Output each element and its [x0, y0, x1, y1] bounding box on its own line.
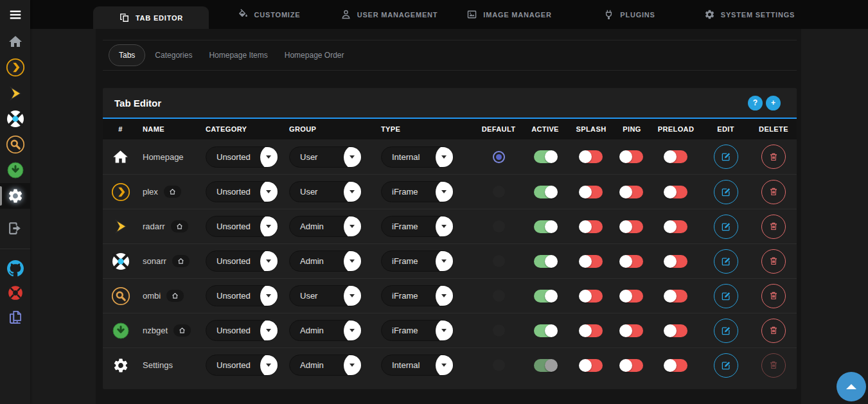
sidebar-link-github[interactable]: [0, 256, 30, 281]
subtab-tabs[interactable]: Tabs: [109, 44, 145, 66]
category-select[interactable]: Unsorted: [206, 216, 278, 237]
delete-button[interactable]: [761, 284, 786, 308]
preload-toggle[interactable]: [665, 186, 687, 198]
preload-toggle[interactable]: [665, 255, 687, 268]
group-select[interactable]: User: [289, 146, 362, 168]
delete-button[interactable]: [761, 145, 786, 169]
ping-toggle[interactable]: [621, 186, 643, 198]
type-select[interactable]: Internal: [381, 146, 454, 168]
delete-button[interactable]: [761, 215, 786, 239]
sidebar-item-ombi[interactable]: [0, 132, 30, 157]
active-toggle[interactable]: [534, 290, 556, 303]
nav-tab-customize[interactable]: CUSTOMIZE: [209, 0, 329, 29]
edit-button[interactable]: [714, 319, 738, 343]
nav-tab-tab-editor[interactable]: TAB EDITOR: [93, 6, 209, 29]
active-toggle[interactable]: [534, 324, 556, 337]
sidebar-item-radarr[interactable]: [0, 80, 30, 106]
dropdown-caret-icon: [344, 146, 362, 168]
add-tab-button[interactable]: +: [766, 96, 781, 110]
type-select[interactable]: iFrame: [381, 285, 454, 306]
category-select[interactable]: Unsorted: [206, 146, 278, 168]
default-radio[interactable]: [493, 324, 505, 337]
scroll-top-button[interactable]: [837, 372, 866, 401]
category-select[interactable]: Unsorted: [206, 285, 278, 306]
group-select[interactable]: Admin: [289, 216, 362, 237]
nav-tab-plugins[interactable]: PLUGINS: [569, 0, 689, 29]
nav-tab-image-manager[interactable]: IMAGE MANAGER: [449, 0, 569, 29]
dropdown-caret-icon: [260, 285, 278, 306]
sidebar-item-nzbget[interactable]: [0, 157, 30, 183]
ping-toggle[interactable]: [621, 359, 643, 372]
edit-button[interactable]: [714, 249, 738, 274]
nav-tab-user-management[interactable]: USER MANAGEMENT: [329, 0, 449, 29]
splash-toggle[interactable]: [580, 290, 603, 303]
group-select[interactable]: Admin: [289, 250, 362, 272]
category-select[interactable]: Unsorted: [206, 320, 278, 341]
ping-toggle[interactable]: [621, 290, 643, 303]
ping-toggle[interactable]: [621, 255, 643, 268]
edit-button[interactable]: [714, 215, 738, 239]
default-radio[interactable]: [493, 186, 505, 198]
delete-button[interactable]: [761, 353, 786, 378]
sidebar-item-sonarr[interactable]: [0, 106, 30, 132]
group-select[interactable]: Admin: [289, 355, 362, 376]
default-radio[interactable]: [493, 220, 505, 233]
subtab-homepage-order[interactable]: Homepage Order: [276, 45, 353, 66]
category-select[interactable]: Unsorted: [206, 355, 278, 376]
edit-button[interactable]: [714, 180, 738, 204]
nav-tab-system-settings[interactable]: SYSTEM SETTINGS: [689, 0, 810, 29]
preload-toggle[interactable]: [665, 324, 687, 337]
type-select[interactable]: iFrame: [381, 250, 454, 272]
group-select[interactable]: User: [289, 285, 362, 306]
splash-toggle[interactable]: [580, 255, 603, 268]
ping-toggle[interactable]: [621, 150, 643, 163]
sidebar-item-home[interactable]: [0, 29, 30, 55]
subtab-homepage-items[interactable]: Homepage Items: [200, 45, 276, 66]
menu-toggle-button[interactable]: [0, 0, 30, 29]
active-toggle[interactable]: [534, 255, 556, 268]
preload-toggle[interactable]: [665, 220, 687, 233]
preload-toggle[interactable]: [665, 359, 687, 372]
default-radio[interactable]: [493, 151, 505, 163]
category-select[interactable]: Unsorted: [206, 181, 278, 202]
active-toggle[interactable]: [534, 359, 556, 372]
active-toggle[interactable]: [534, 150, 556, 163]
active-toggle[interactable]: [534, 186, 556, 198]
default-radio[interactable]: [493, 359, 505, 371]
type-select[interactable]: Internal: [381, 355, 454, 376]
ping-toggle[interactable]: [621, 220, 643, 233]
preload-toggle[interactable]: [665, 150, 687, 163]
splash-toggle[interactable]: [580, 220, 603, 233]
default-radio[interactable]: [493, 255, 505, 267]
edit-button[interactable]: [714, 145, 738, 169]
help-button[interactable]: ?: [748, 96, 763, 110]
delete-button[interactable]: [761, 249, 786, 274]
delete-button[interactable]: [761, 180, 786, 204]
ping-toggle[interactable]: [621, 324, 643, 337]
active-toggle[interactable]: [534, 220, 556, 233]
subtab-categories[interactable]: Categories: [146, 45, 200, 66]
splash-toggle[interactable]: [580, 186, 603, 198]
category-select[interactable]: Unsorted: [206, 250, 278, 272]
type-select[interactable]: iFrame: [381, 181, 454, 202]
type-select[interactable]: iFrame: [381, 216, 454, 237]
type-select[interactable]: iFrame: [381, 320, 454, 341]
category-select-value: Unsorted: [217, 360, 251, 370]
sidebar-item-logout[interactable]: [0, 215, 30, 241]
group-select[interactable]: User: [289, 181, 362, 202]
sidebar-item-plex[interactable]: [0, 55, 30, 80]
dropdown-caret-icon: [344, 320, 362, 341]
edit-button[interactable]: [714, 284, 738, 308]
splash-toggle[interactable]: [580, 324, 603, 337]
delete-button[interactable]: [761, 319, 786, 343]
sidebar-link-support[interactable]: [0, 281, 30, 305]
sidebar-item-settings[interactable]: [0, 183, 30, 209]
type-select-value: iFrame: [392, 291, 418, 301]
group-select[interactable]: Admin: [289, 320, 362, 341]
splash-toggle[interactable]: [580, 150, 603, 163]
splash-toggle[interactable]: [580, 359, 603, 372]
default-radio[interactable]: [493, 290, 505, 302]
preload-toggle[interactable]: [665, 290, 687, 303]
edit-button[interactable]: [714, 353, 738, 378]
sidebar-link-docs[interactable]: [0, 305, 30, 329]
